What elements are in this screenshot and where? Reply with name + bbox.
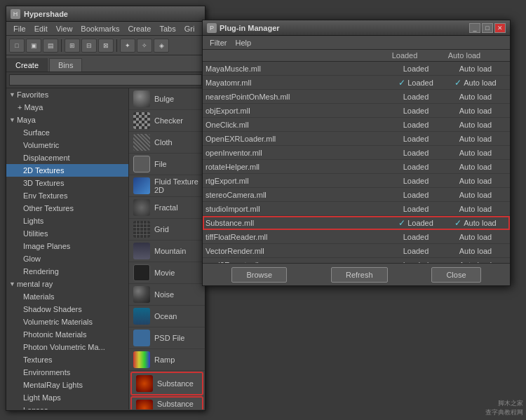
search-input[interactable] (9, 74, 202, 86)
tree-item-mentalray-lights[interactable]: MentalRay Lights (6, 379, 128, 391)
material-psd[interactable]: PSD File (129, 327, 205, 349)
plugin-menu-filter[interactable]: Filter (205, 37, 231, 48)
tree-item-textures[interactable]: Textures (6, 353, 128, 366)
refresh-button[interactable]: Refresh (331, 267, 388, 283)
menu-edit[interactable]: Edit (30, 23, 52, 34)
menu-view[interactable]: View (52, 23, 77, 34)
material-movie[interactable]: Movie (129, 262, 205, 284)
plugin-autoload-stereocamera[interactable]: Auto load (444, 191, 507, 199)
material-fractal[interactable]: Fractal (129, 197, 205, 219)
tree-item-lenses[interactable]: Lenses (6, 404, 128, 409)
plugin-autoload-openexr[interactable]: Auto load (444, 135, 507, 143)
tree-item-env-textures[interactable]: Env Textures (6, 189, 128, 202)
tree-item-light-maps[interactable]: Light Maps (6, 391, 128, 404)
plugin-loaded-tifffloat[interactable]: Loaded (388, 233, 444, 241)
plugin-loaded-rotatehelper[interactable]: Loaded (388, 163, 444, 171)
menu-file[interactable]: File (9, 23, 30, 34)
material-ramp[interactable]: Ramp (129, 349, 205, 371)
plugin-autoload-vectorrender[interactable]: Auto load (444, 247, 507, 255)
plugin-row-mayamuscle[interactable]: MayaMuscle.mll Loaded Auto load (203, 62, 510, 76)
plugin-row-rotatehelper[interactable]: rotateHelper.mll Loaded Auto load (203, 160, 510, 174)
menu-create[interactable]: Create (123, 23, 155, 34)
plugin-loaded-vectorrender[interactable]: Loaded (388, 247, 444, 255)
plugin-loaded-rtgexport[interactable]: Loaded (388, 177, 444, 185)
tab-bins[interactable]: Bins (49, 58, 82, 72)
material-substance-output[interactable]: Substance Output (130, 396, 203, 409)
material-mountain[interactable]: Mountain (129, 241, 205, 262)
tab-create[interactable]: Create (6, 58, 48, 72)
toolbar-btn-9[interactable]: ◈ (154, 39, 169, 53)
plugin-row-objexport[interactable]: objExport.mll Loaded Auto load (203, 104, 510, 118)
material-checker[interactable]: Checker (129, 110, 205, 132)
tree-item-3d-textures[interactable]: 3D Textures (6, 177, 128, 189)
plugin-row-studioimport[interactable]: studioImport.mll Loaded Auto load (203, 202, 510, 216)
plugin-row-mayatomr[interactable]: Mayatomr.mll ✓ Loaded ✓ Auto load (203, 76, 510, 90)
menu-tabs[interactable]: Tabs (155, 23, 180, 34)
toolbar-btn-8[interactable]: ✧ (137, 39, 152, 53)
tree-item-surface[interactable]: Surface (6, 126, 128, 139)
plugin-loaded-nearest[interactable]: Loaded (388, 93, 444, 101)
plugin-row-oneclick[interactable]: OneClick.mll Loaded Auto load (203, 118, 510, 132)
plugin-autoload-studioimport[interactable]: Auto load (444, 205, 507, 213)
plugin-loaded-oneclick[interactable]: Loaded (388, 121, 444, 129)
material-substance[interactable]: Substance (130, 372, 203, 395)
tree-item-favorites[interactable]: ▼ Favorites (6, 88, 128, 101)
tree-item-environments[interactable]: Environments (6, 366, 128, 379)
toolbar-btn-3[interactable]: ▤ (43, 39, 58, 53)
plugin-row-tifffloat[interactable]: tiffFloatReader.mll Loaded Auto load (203, 230, 510, 244)
tree-item-plus-maya[interactable]: + Maya (6, 101, 128, 114)
plugin-autoload-nearest[interactable]: Auto load (444, 93, 507, 101)
plugin-loaded-studioimport[interactable]: Loaded (388, 205, 444, 213)
tree-item-2d-textures[interactable]: 2D Textures (6, 164, 128, 177)
plugin-autoload-objexport[interactable]: Auto load (444, 107, 507, 115)
plugin-autoload-substance[interactable]: ✓ Auto load (444, 218, 507, 228)
tree-item-mental-ray[interactable]: ▼ mental ray (6, 278, 128, 290)
plugin-row-stereocamera[interactable]: stereoCamera.mll Loaded Auto load (203, 188, 510, 202)
plugin-row-rtgexport[interactable]: rtgExport.mll Loaded Auto load (203, 174, 510, 188)
material-noise[interactable]: Noise (129, 284, 205, 306)
plugin-autoload-tifffloat[interactable]: Auto load (444, 233, 507, 241)
tree-item-utilities[interactable]: Utilities (6, 227, 128, 240)
plugin-autoload-mayamuscle[interactable]: Auto load (444, 65, 507, 73)
material-file[interactable]: File (129, 154, 205, 175)
menu-gri[interactable]: Gri (180, 23, 199, 34)
toolbar-btn-5[interactable]: ⊟ (81, 39, 97, 53)
toolbar-btn-4[interactable]: ⊞ (65, 39, 80, 53)
plugin-loaded-mayatomr[interactable]: ✓ Loaded (388, 78, 444, 88)
toolbar-btn-6[interactable]: ⊠ (98, 39, 114, 53)
plugin-autoload-rtgexport[interactable]: Auto load (444, 177, 507, 185)
toolbar-btn-7[interactable]: ✦ (120, 39, 135, 53)
tree-item-other-textures[interactable]: Other Textures (6, 202, 128, 215)
tree-item-glow[interactable]: Glow (6, 252, 128, 265)
plugin-row-vectorrender[interactable]: VectorRender.mll Loaded Auto load (203, 244, 510, 258)
tree-item-photonic-materials[interactable]: Photonic Materials (6, 328, 128, 341)
plugin-row-nearest[interactable]: nearestPointOnMesh.mll Loaded Auto load (203, 90, 510, 104)
plugin-row-openexr[interactable]: OpenEXRLoader.mll Loaded Auto load (203, 132, 510, 146)
material-fluid[interactable]: Fluid Texture 2D (129, 175, 205, 197)
plugin-loaded-openinventor[interactable]: Loaded (388, 149, 444, 157)
toolbar-btn-2[interactable]: ▣ (26, 39, 41, 53)
tree-item-lights[interactable]: Lights (6, 215, 128, 227)
close-button[interactable]: ✕ (494, 23, 506, 33)
browse-button[interactable]: Browse (231, 267, 287, 283)
plugin-autoload-openinventor[interactable]: Auto load (444, 149, 507, 157)
plugin-autoload-mayatomr[interactable]: ✓ Auto load (444, 78, 507, 88)
plugin-loaded-openexr[interactable]: Loaded (388, 135, 444, 143)
material-ocean[interactable]: Ocean (129, 306, 205, 327)
plugin-row-openinventor[interactable]: openInventor.mll Loaded Auto load (203, 146, 510, 160)
close-window-button[interactable]: Close (431, 267, 480, 283)
tree-item-volumetric-materials[interactable]: Volumetric Materials (6, 316, 128, 328)
minimize-button[interactable]: _ (469, 23, 480, 33)
menu-bookmarks[interactable]: Bookmarks (76, 23, 123, 34)
tree-item-image-planes[interactable]: Image Planes (6, 240, 128, 252)
material-cloth[interactable]: Cloth (129, 132, 205, 154)
toolbar-btn-1[interactable]: □ (9, 39, 25, 53)
tree-item-maya[interactable]: ▼ Maya (6, 114, 128, 126)
tree-item-displacement[interactable]: Displacement (6, 151, 128, 164)
material-grid[interactable]: Grid (129, 219, 205, 241)
tree-item-photon-volumetric[interactable]: Photon Volumetric Ma... (6, 341, 128, 353)
tree-item-rendering[interactable]: Rendering (6, 265, 128, 278)
tree-item-shadow-shaders[interactable]: Shadow Shaders (6, 303, 128, 316)
plugin-row-substance[interactable]: Substance.mll ✓ Loaded ✓ Auto load (203, 216, 510, 230)
material-bulge[interactable]: Bulge (129, 88, 205, 110)
